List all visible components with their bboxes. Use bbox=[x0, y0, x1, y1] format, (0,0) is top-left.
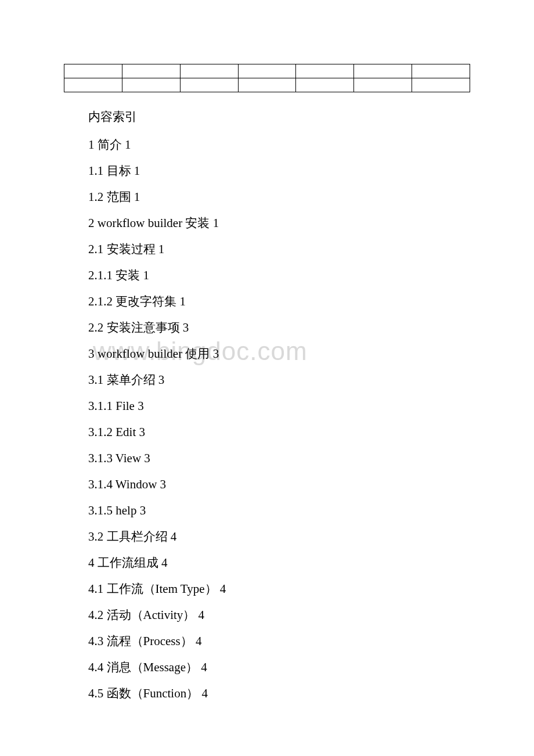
toc-entry: 3.1.2 Edit 3 bbox=[88, 426, 470, 438]
toc-entry: 2.2 安装注意事项 3 bbox=[88, 322, 470, 334]
table-row bbox=[64, 64, 470, 78]
toc-entry: 4.2 活动（Activity） 4 bbox=[88, 609, 470, 621]
toc-entry: 4.3 流程（Process） 4 bbox=[88, 635, 470, 647]
toc-entry: 2 workflow builder 安装 1 bbox=[88, 217, 470, 229]
toc-entry: 2.1 安装过程 1 bbox=[88, 243, 470, 255]
toc-entry: 1 简介 1 bbox=[88, 139, 470, 151]
toc-title: 内容索引 bbox=[88, 109, 470, 125]
table-row bbox=[64, 78, 470, 92]
toc-entry: 3.1.1 File 3 bbox=[88, 400, 470, 412]
toc-entry: 3.1.4 Window 3 bbox=[88, 478, 470, 491]
toc-entry: 3.1 菜单介绍 3 bbox=[88, 374, 470, 386]
toc-entry: 2.1.2 更改字符集 1 bbox=[88, 296, 470, 308]
toc-entry: 2.1.1 安装 1 bbox=[88, 269, 470, 282]
toc-entry: 4.1 工作流（Item Type） 4 bbox=[88, 583, 470, 595]
toc-entry: 4 工作流组成 4 bbox=[88, 557, 470, 569]
toc-entry: 1.2 范围 1 bbox=[88, 191, 470, 203]
toc-entry: 4.4 消息（Message） 4 bbox=[88, 661, 470, 674]
toc-entry: 3 workflow builder 使用 3 bbox=[88, 348, 470, 360]
toc-container: 内容索引 1 简介 1 1.1 目标 1 1.2 范围 1 2 workflow… bbox=[64, 109, 470, 700]
toc-entry: 1.1 目标 1 bbox=[88, 165, 470, 177]
empty-table bbox=[64, 64, 470, 92]
toc-entry: 3.1.5 help 3 bbox=[88, 505, 470, 517]
toc-entry: 3.2 工具栏介绍 4 bbox=[88, 531, 470, 543]
toc-entry: 4.5 函数（Function） 4 bbox=[88, 687, 470, 700]
toc-entry: 3.1.3 View 3 bbox=[88, 452, 470, 465]
